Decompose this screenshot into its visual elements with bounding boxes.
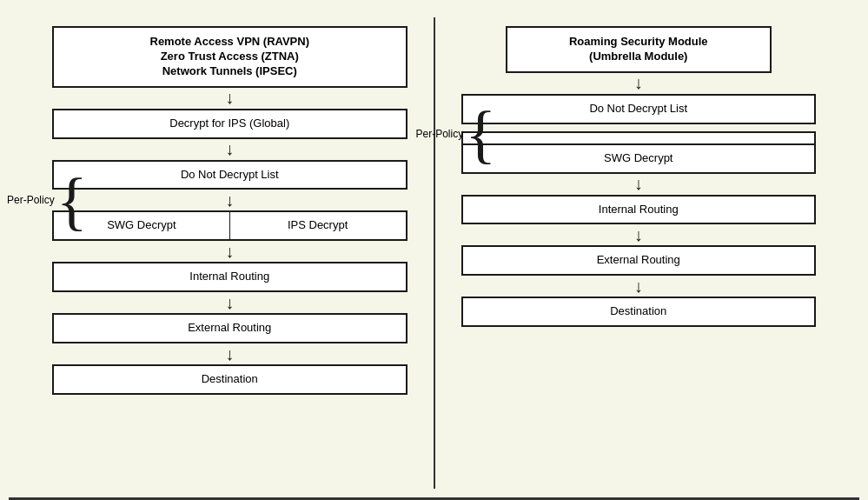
right-arrow3: ↓ <box>634 224 643 245</box>
right-arrow2: ↓ <box>634 174 643 195</box>
left-decrypt-ips: Decrypt for IPS (Global) <box>52 109 407 139</box>
right-brace-symbol: { <box>465 101 496 166</box>
left-title-line3: Network Tunnels (IPSEC) <box>162 64 297 77</box>
right-arrow1: ↓ <box>634 73 643 94</box>
right-do-not-decrypt: Do Not Decrypt List <box>461 94 817 124</box>
left-brace-symbol: { <box>56 168 88 233</box>
left-title-line1: Remote Access VPN (RAVPN) <box>150 35 310 48</box>
arrow2: ↓ <box>225 139 234 160</box>
left-per-policy-label-area: Per-Policy { <box>7 160 88 242</box>
right-title-line1: Roaming Security Module <box>569 35 708 48</box>
right-empty-box <box>461 131 817 145</box>
left-do-not-decrypt: Do Not Decrypt List <box>52 160 407 190</box>
left-ips-decrypt: IPS Decrypt <box>230 210 407 241</box>
left-diagram: Remote Access VPN (RAVPN) Zero Trust Acc… <box>0 17 434 489</box>
right-title-box: Roaming Security Module (Umbrella Module… <box>506 26 772 73</box>
right-per-policy-text: Per-Policy <box>416 128 464 140</box>
arrow1: ↓ <box>225 88 234 109</box>
left-title-line2: Zero Trust Access (ZTNA) <box>161 50 299 63</box>
arrow3: ↓ <box>52 190 407 210</box>
right-arrow4: ↓ <box>634 276 643 297</box>
right-pp-inner: Do Not Decrypt List SWG Decrypt <box>461 94 817 174</box>
right-diagram: Roaming Security Module (Umbrella Module… <box>435 17 869 489</box>
right-per-policy-label-area: Per-Policy { <box>416 94 497 174</box>
left-per-policy-wrapper: Per-Policy { Do Not Decrypt List ↓ SWG D… <box>52 160 407 242</box>
arrow6: ↓ <box>225 343 234 364</box>
right-swg-decrypt: SWG Decrypt <box>461 145 817 174</box>
right-destination: Destination <box>461 297 817 327</box>
arrow5: ↓ <box>225 292 234 313</box>
left-internal-routing: Internal Routing <box>52 262 407 292</box>
left-destination: Destination <box>52 364 407 395</box>
left-external-routing: External Routing <box>52 313 407 343</box>
right-per-policy-wrapper: Per-Policy { Do Not Decrypt List SWG Dec… <box>461 94 817 174</box>
left-swg-ips-container: SWG Decrypt IPS Decrypt <box>52 210 407 241</box>
arrow4: ↓ <box>225 241 234 262</box>
left-per-policy-text: Per-Policy <box>7 194 55 206</box>
left-pp-inner: Do Not Decrypt List ↓ SWG Decrypt IPS De… <box>52 160 407 242</box>
left-title-box: Remote Access VPN (RAVPN) Zero Trust Acc… <box>52 26 407 88</box>
right-title-line2: (Umbrella Module) <box>589 50 687 63</box>
right-internal-routing: Internal Routing <box>461 195 817 225</box>
right-external-routing: External Routing <box>461 245 817 276</box>
right-spacer1 <box>461 124 817 131</box>
